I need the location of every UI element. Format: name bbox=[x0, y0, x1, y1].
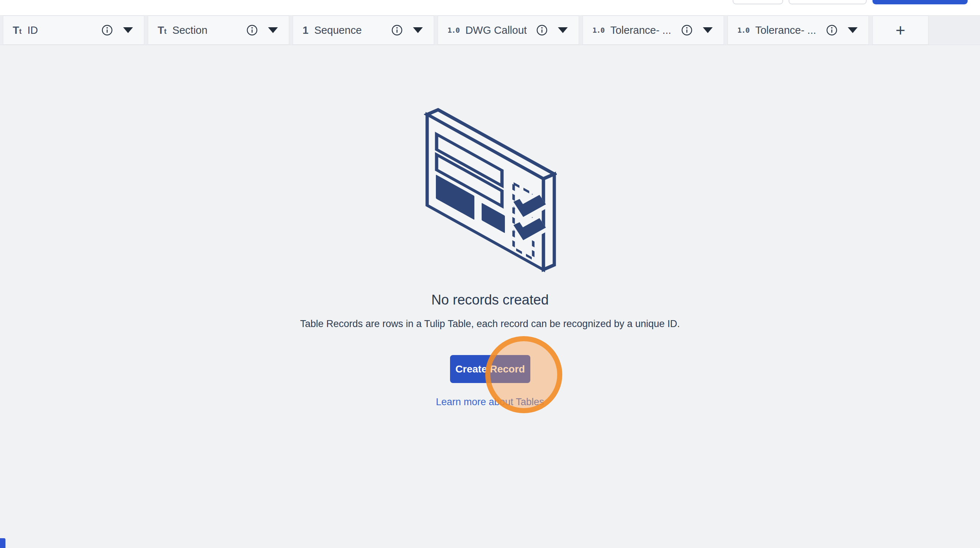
chevron-down-icon[interactable] bbox=[123, 27, 133, 33]
column-header[interactable]: 1.0 DWG Callout bbox=[438, 16, 579, 45]
column-label: ID bbox=[27, 24, 38, 36]
column-header[interactable]: 1.0 Tolerance- ... bbox=[582, 16, 724, 45]
add-column-button[interactable]: + bbox=[872, 16, 928, 45]
top-toolbar bbox=[0, 0, 980, 15]
chevron-down-icon[interactable] bbox=[413, 27, 423, 33]
column-header[interactable]: Tt Section bbox=[148, 16, 289, 45]
empty-table-illustration bbox=[424, 107, 557, 274]
column-type-icon: 1.0 bbox=[447, 27, 460, 34]
column-type-icon: 1.0 bbox=[592, 27, 605, 34]
create-record-button[interactable]: Create Record bbox=[450, 355, 530, 383]
empty-state-description: Table Records are rows in a Tulip Table,… bbox=[0, 318, 980, 330]
toolbar-button-clipped-1[interactable] bbox=[733, 0, 783, 4]
info-icon[interactable] bbox=[826, 24, 838, 36]
chevron-down-icon[interactable] bbox=[558, 27, 568, 33]
info-icon[interactable] bbox=[101, 24, 113, 36]
column-label: Section bbox=[172, 24, 207, 36]
column-type-icon: Tt bbox=[158, 25, 166, 36]
column-type-icon: 1.0 bbox=[737, 27, 749, 34]
toolbar-button-clipped-2[interactable] bbox=[789, 0, 867, 4]
info-icon[interactable] bbox=[246, 24, 258, 36]
clipped-corner-element bbox=[0, 538, 5, 548]
column-label: Sequence bbox=[314, 24, 362, 36]
learn-more-link[interactable]: Learn more about Tables bbox=[0, 397, 980, 408]
info-icon[interactable] bbox=[391, 24, 403, 36]
column-type-icon: 1 bbox=[302, 25, 309, 36]
column-header[interactable]: 1 Sequence bbox=[293, 16, 434, 45]
column-label: DWG Callout bbox=[465, 24, 527, 36]
column-type-icon: Tt bbox=[13, 25, 21, 36]
table-header-row: Tt ID Tt Section 1 bbox=[0, 15, 980, 45]
chevron-down-icon[interactable] bbox=[848, 27, 858, 33]
chevron-down-icon[interactable] bbox=[703, 27, 713, 33]
column-header[interactable]: Tt ID bbox=[3, 16, 144, 45]
tulip-table-screen: Tt ID Tt Section 1 bbox=[0, 0, 980, 548]
column-label: Tolerance- ... bbox=[610, 24, 671, 36]
chevron-down-icon[interactable] bbox=[268, 27, 278, 33]
column-label: Tolerance- ... bbox=[755, 24, 816, 36]
column-header[interactable]: 1.0 Tolerance- ... bbox=[727, 16, 869, 45]
empty-state-title: No records created bbox=[0, 292, 980, 308]
toolbar-primary-button-clipped[interactable] bbox=[872, 0, 968, 4]
info-icon[interactable] bbox=[681, 24, 693, 36]
info-icon[interactable] bbox=[536, 24, 548, 36]
